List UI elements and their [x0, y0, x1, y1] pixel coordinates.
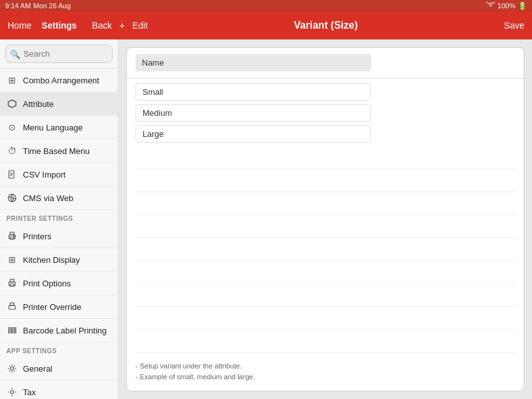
table-row[interactable]: Small: [136, 83, 371, 101]
attribute-icon: [6, 98, 18, 109]
save-button[interactable]: Save: [504, 20, 524, 31]
nav-bar: Home Settings Back + Edit Variant (Size)…: [0, 11, 532, 39]
wifi-icon: [486, 2, 495, 10]
sidebar-item-label: CSV Import: [23, 170, 66, 179]
sidebar-item-menu-language[interactable]: ⊙ Menu Language: [0, 116, 118, 139]
svg-point-22: [11, 391, 14, 394]
empty-row: [136, 146, 515, 169]
empty-row: [136, 215, 515, 238]
search-icon: 🔍: [10, 49, 20, 59]
column-header-name: Name: [136, 54, 371, 71]
app-settings-header: APP SETTINGS: [0, 342, 118, 357]
sidebar-item-tax[interactable]: Tax: [0, 381, 118, 399]
sidebar: 🔍 ⊞ Combo Arrangement Attribute ⊙ Menu L…: [0, 39, 118, 399]
empty-row: [136, 238, 515, 261]
empty-row: [136, 192, 515, 215]
sidebar-item-label: Barcode Label Printing: [23, 326, 107, 335]
content-panel: Name Small Medium Large: [126, 47, 524, 391]
barcode-icon: [6, 325, 18, 336]
time-display: 9:14 AM: [5, 2, 31, 10]
nav-actions: Back + Edit: [92, 20, 148, 31]
sidebar-item-time-based[interactable]: ⏱ Time Based Menu: [0, 139, 118, 163]
svg-rect-20: [16, 327, 17, 333]
svg-rect-17: [11, 327, 13, 333]
main-layout: 🔍 ⊞ Combo Arrangement Attribute ⊙ Menu L…: [0, 39, 532, 399]
status-bar: 9:14 AM Mon 26 Aug 100% 🔋: [0, 0, 532, 11]
sidebar-item-attribute[interactable]: Attribute: [0, 92, 118, 116]
sidebar-item-label: Kitchen Display: [23, 255, 80, 265]
table-row[interactable]: Large: [136, 125, 371, 143]
svg-point-9: [13, 236, 15, 237]
combo-icon: ⊞: [6, 74, 18, 86]
sidebar-item-label: Printer Override: [23, 302, 81, 312]
printers-icon: [6, 230, 18, 242]
cms-icon: [6, 192, 18, 204]
svg-rect-16: [10, 327, 11, 333]
content-footer: - Setup variant under the attribute. - E…: [127, 356, 524, 391]
sidebar-item-combo[interactable]: ⊞ Combo Arrangement: [0, 69, 118, 92]
sidebar-item-label: Tax: [23, 388, 36, 397]
settings-label: Settings: [41, 20, 76, 31]
add-button[interactable]: +: [120, 20, 125, 31]
edit-button[interactable]: Edit: [132, 20, 148, 31]
sidebar-item-csv[interactable]: CSV Import: [0, 163, 118, 186]
empty-row: [136, 169, 515, 192]
footer-line-1: - Setup variant under the attribute.: [136, 361, 515, 372]
table-row[interactable]: Medium: [136, 104, 371, 122]
svg-rect-14: [10, 303, 14, 305]
date-display: Mon 26 Aug: [33, 2, 71, 10]
svg-rect-15: [8, 327, 10, 333]
battery-display: 100%: [498, 2, 515, 10]
sidebar-item-cms[interactable]: CMS via Web: [0, 186, 118, 210]
sidebar-item-label: Attribute: [23, 99, 53, 109]
sidebar-item-kitchen-display[interactable]: ⊞ Kitchen Display: [0, 248, 118, 272]
status-bar-left: 9:14 AM Mon 26 Aug: [5, 2, 71, 10]
search-box: 🔍: [0, 39, 118, 69]
status-bar-right: 100% 🔋: [486, 2, 527, 10]
sidebar-item-label: Printers: [23, 232, 52, 241]
svg-marker-0: [8, 100, 16, 108]
sidebar-item-label: Time Based Menu: [23, 146, 90, 156]
sidebar-item-label: General: [23, 364, 52, 374]
csv-icon: [6, 169, 18, 180]
menu-language-icon: ⊙: [6, 122, 18, 133]
sidebar-item-barcode[interactable]: Barcode Label Printing: [0, 319, 118, 342]
svg-rect-7: [10, 232, 14, 235]
time-based-icon: ⏱: [6, 145, 18, 157]
svg-rect-11: [10, 279, 14, 282]
svg-rect-18: [13, 327, 14, 333]
sidebar-item-label: CMS via Web: [23, 193, 73, 203]
sidebar-item-print-options[interactable]: Print Options: [0, 272, 118, 295]
sidebar-item-printers[interactable]: Printers: [0, 225, 118, 248]
svg-point-21: [11, 367, 14, 370]
svg-rect-13: [9, 305, 15, 309]
kitchen-display-icon: ⊞: [6, 254, 18, 265]
search-input[interactable]: [5, 45, 113, 63]
print-options-icon: [6, 277, 18, 289]
printer-override-icon: [6, 301, 18, 312]
sidebar-item-label: Menu Language: [23, 123, 83, 132]
table-body: Small Medium Large: [127, 78, 524, 356]
footer-line-2: - Example of small, medium and large.: [136, 372, 515, 383]
empty-row: [136, 307, 515, 330]
tax-icon: [6, 386, 18, 398]
sidebar-item-general[interactable]: General: [0, 357, 118, 381]
svg-rect-19: [15, 327, 16, 333]
table-header: Name: [127, 48, 524, 78]
home-button[interactable]: Home: [8, 20, 31, 31]
empty-row: [136, 284, 515, 307]
general-icon: [6, 363, 18, 374]
empty-rows: [136, 146, 515, 356]
page-title: Variant (Size): [148, 20, 504, 31]
printer-settings-header: PRINTER SETTINGS: [0, 210, 118, 225]
sidebar-item-printer-override[interactable]: Printer Override: [0, 295, 118, 319]
content-area: Name Small Medium Large: [118, 39, 532, 399]
empty-row: [136, 330, 515, 353]
sidebar-item-label: Combo Arrangement: [23, 76, 99, 85]
sidebar-item-label: Print Options: [23, 279, 71, 288]
empty-row: [136, 261, 515, 284]
back-button[interactable]: Back: [92, 20, 112, 31]
battery-icon: 🔋: [518, 2, 527, 10]
